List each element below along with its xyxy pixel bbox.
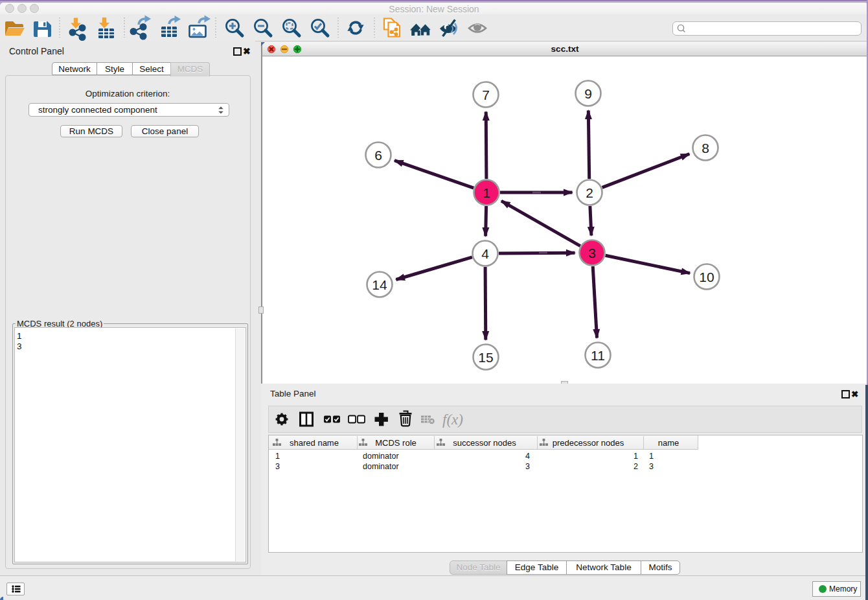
svg-text:15: 15 (478, 350, 493, 365)
svg-text:predecessor nodes: predecessor nodes (553, 438, 624, 448)
svg-text:9: 9 (584, 86, 592, 101)
svg-text:3: 3 (588, 246, 596, 260)
svg-text:8: 8 (702, 141, 709, 156)
svg-text:11: 11 (591, 348, 605, 363)
svg-text:name: name (658, 438, 680, 448)
svg-text:6: 6 (374, 148, 382, 163)
svg-text:shared name: shared name (290, 438, 339, 448)
svg-text:successor nodes: successor nodes (453, 438, 516, 448)
svg-text:4: 4 (481, 246, 489, 261)
svg-text:10: 10 (699, 270, 714, 284)
svg-text:MCDS role: MCDS role (375, 438, 417, 448)
svg-text:14: 14 (372, 277, 387, 292)
svg-text:2: 2 (586, 185, 593, 200)
svg-text:f(x): f(x) (442, 411, 463, 428)
svg-text:1: 1 (483, 185, 490, 200)
svg-text:7: 7 (482, 87, 490, 102)
